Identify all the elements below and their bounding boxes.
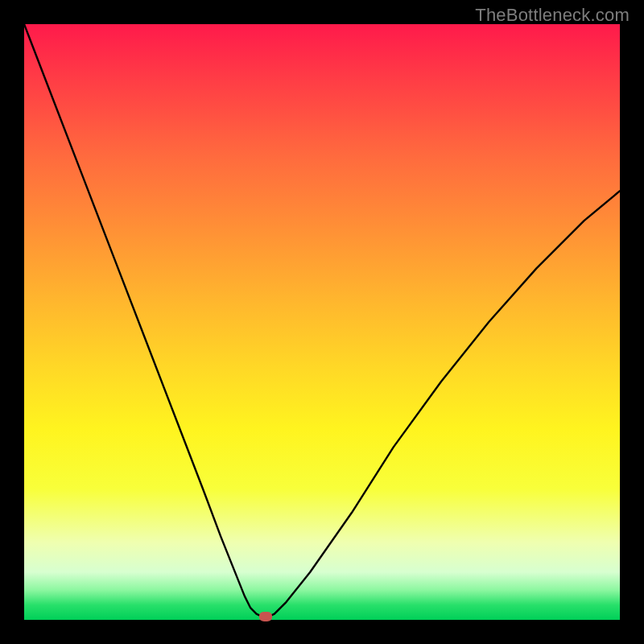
watermark-text: TheBottleneck.com [475, 5, 630, 26]
chart-frame: TheBottleneck.com [0, 0, 644, 644]
plot-area [24, 24, 620, 620]
curve-svg [24, 24, 620, 620]
bottleneck-curve [24, 24, 620, 617]
min-point-marker [259, 612, 272, 621]
